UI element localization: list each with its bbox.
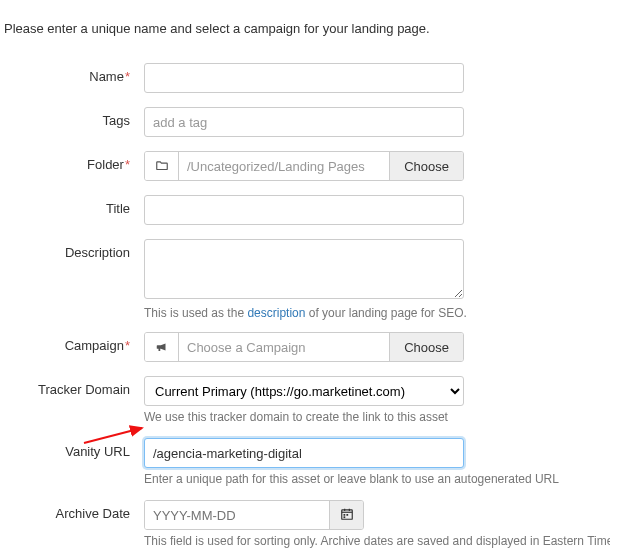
archive-date-help: This field is used for sorting only. Arc… [144, 534, 610, 548]
name-label: Name* [4, 63, 144, 84]
folder-choose-button[interactable]: Choose [389, 152, 463, 180]
svg-rect-6 [343, 516, 345, 518]
description-help: This is used as the description of your … [144, 306, 610, 320]
intro-text: Please enter a unique name and select a … [0, 13, 624, 50]
campaign-input [179, 333, 389, 361]
name-input[interactable] [144, 63, 464, 93]
svg-rect-5 [346, 514, 348, 516]
archive-date-label: Archive Date [4, 500, 144, 521]
campaign-choose-button[interactable]: Choose [389, 333, 463, 361]
calendar-button[interactable] [329, 501, 363, 529]
description-label: Description [4, 239, 144, 260]
folder-input [179, 152, 389, 180]
description-textarea[interactable] [144, 239, 464, 299]
svg-rect-4 [343, 514, 345, 516]
vanity-url-input[interactable] [144, 438, 464, 468]
title-input[interactable] [144, 195, 464, 225]
tracker-domain-help: We use this tracker domain to create the… [144, 410, 610, 424]
title-label: Title [4, 195, 144, 216]
calendar-icon [340, 507, 354, 524]
description-link[interactable]: description [247, 306, 305, 320]
tracker-domain-label: Tracker Domain [4, 376, 144, 397]
tags-input[interactable] [144, 107, 464, 137]
tags-label: Tags [4, 107, 144, 128]
folder-icon [145, 152, 179, 180]
folder-label: Folder* [4, 151, 144, 172]
campaign-label: Campaign* [4, 332, 144, 353]
vanity-url-label: Vanity URL [4, 438, 144, 459]
tracker-domain-select[interactable]: Current Primary (https://go.marketinet.c… [144, 376, 464, 406]
vanity-url-help: Enter a unique path for this asset or le… [144, 472, 610, 486]
archive-date-input[interactable] [145, 501, 329, 529]
bullhorn-icon [145, 333, 179, 361]
